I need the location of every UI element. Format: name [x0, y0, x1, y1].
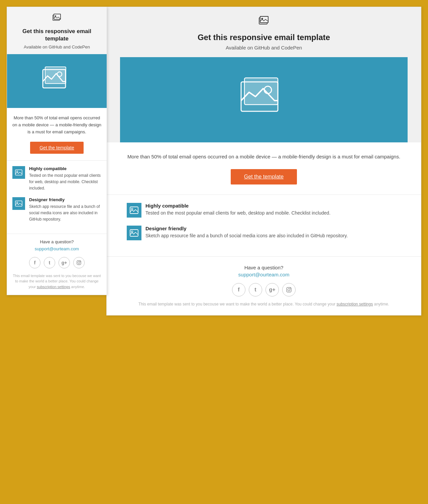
desktop-header: Get this responsive email template Avail… — [107, 7, 421, 57]
svg-rect-20 — [241, 82, 278, 111]
desktop-subscription-link[interactable]: subscription settings — [336, 302, 373, 306]
desktop-twitter-icon[interactable]: t — [249, 283, 262, 296]
mobile-email-link[interactable]: support@ourteam.com — [35, 246, 79, 251]
desktop-feature-2: Designer friendly Sketch app resource fi… — [127, 226, 401, 240]
svg-point-14 — [80, 261, 81, 262]
desktop-body-text: More than 50% of total email opens occur… — [127, 152, 401, 161]
desktop-subtitle: Available on GitHub and CodePen — [120, 45, 408, 50]
desktop-hero-icon — [120, 74, 408, 126]
mobile-disclaimer: This email template was sent to you beco… — [12, 273, 101, 290]
desktop-email-template: Get this responsive email template Avail… — [106, 7, 421, 316]
mobile-feature-2: Designer friendly Sketch app resource fi… — [12, 197, 101, 222]
desktop-title: Get this responsive email template — [120, 33, 408, 42]
mobile-instagram-icon[interactable] — [73, 257, 85, 268]
mobile-feature-1-icon — [12, 166, 25, 179]
mobile-facebook-icon[interactable]: f — [29, 257, 40, 268]
mobile-footer: Have a question? support@ourteam.com f t… — [7, 234, 107, 295]
svg-rect-17 — [260, 16, 268, 23]
mobile-header: Get this responsive email template Avail… — [7, 7, 107, 54]
desktop-feature-2-text: Designer friendly Sketch app resource fi… — [145, 226, 348, 239]
desktop-email-link[interactable]: support@ourteam.com — [238, 272, 290, 277]
desktop-social-icons: f t g+ — [127, 283, 401, 296]
desktop-cta-button[interactable]: Get the template — [231, 169, 297, 184]
mobile-title: Get this responsive email template — [12, 28, 101, 42]
mobile-card-body: More than 50% of total email opens occur… — [7, 108, 107, 160]
mobile-cta-button[interactable]: Get the template — [30, 142, 84, 154]
svg-point-27 — [288, 288, 290, 291]
mobile-feature-2-icon — [12, 197, 25, 210]
svg-rect-5 — [43, 70, 66, 88]
mobile-logo-icon — [12, 14, 101, 24]
mobile-question: Have a question? — [12, 239, 101, 244]
svg-point-13 — [78, 262, 80, 264]
svg-rect-24 — [130, 230, 138, 236]
mobile-social-icons: f t g+ — [12, 257, 101, 268]
svg-rect-2 — [54, 14, 61, 19]
desktop-feature-2-icon — [127, 226, 141, 240]
svg-rect-22 — [130, 207, 138, 214]
mobile-feature-1-text: Highly compatible Tested on the most pop… — [29, 166, 101, 191]
svg-rect-8 — [15, 170, 22, 175]
mobile-email-template: Get this responsive email template Avail… — [7, 7, 107, 295]
svg-point-9 — [17, 171, 18, 172]
mobile-features: Highly compatible Tested on the most pop… — [7, 160, 107, 234]
desktop-features: Highly compatible Tested on the most pop… — [107, 195, 421, 256]
mobile-googleplus-icon[interactable]: g+ — [59, 257, 70, 268]
desktop-question: Have a question? — [127, 265, 401, 270]
mobile-feature-2-text: Designer friendly Sketch app resource fi… — [29, 197, 101, 222]
desktop-feature-1: Highly compatible Tested on the most pop… — [127, 203, 401, 218]
desktop-facebook-icon[interactable]: f — [232, 283, 245, 296]
desktop-feature-1-text: Highly compatible Tested on the most pop… — [145, 203, 330, 217]
mobile-body-text: More than 50% of total email opens occur… — [12, 115, 101, 135]
desktop-hero-banner — [120, 57, 408, 142]
mobile-subtitle: Available on GitHub and CodePen — [12, 44, 101, 49]
desktop-googleplus-icon[interactable]: g+ — [265, 283, 279, 296]
mobile-subscription-link[interactable]: subscription settings — [37, 285, 70, 289]
desktop-feature-1-icon — [127, 203, 141, 218]
mobile-hero-icon — [7, 64, 107, 98]
desktop-disclaimer: This email template was sent to you beco… — [127, 301, 401, 307]
mobile-hero-banner — [7, 54, 107, 108]
svg-rect-10 — [15, 201, 22, 206]
svg-point-11 — [17, 202, 18, 203]
page-wrapper: Get this responsive email template Avail… — [7, 7, 421, 316]
desktop-instagram-icon[interactable] — [282, 283, 296, 296]
svg-point-28 — [290, 288, 291, 288]
desktop-logo-icon — [120, 16, 408, 28]
mobile-twitter-icon[interactable]: t — [44, 257, 55, 268]
desktop-card-body: More than 50% of total email opens occur… — [107, 142, 421, 195]
mobile-feature-1: Highly compatible Tested on the most pop… — [12, 166, 101, 191]
desktop-footer: Have a question? support@ourteam.com f t… — [107, 256, 421, 315]
